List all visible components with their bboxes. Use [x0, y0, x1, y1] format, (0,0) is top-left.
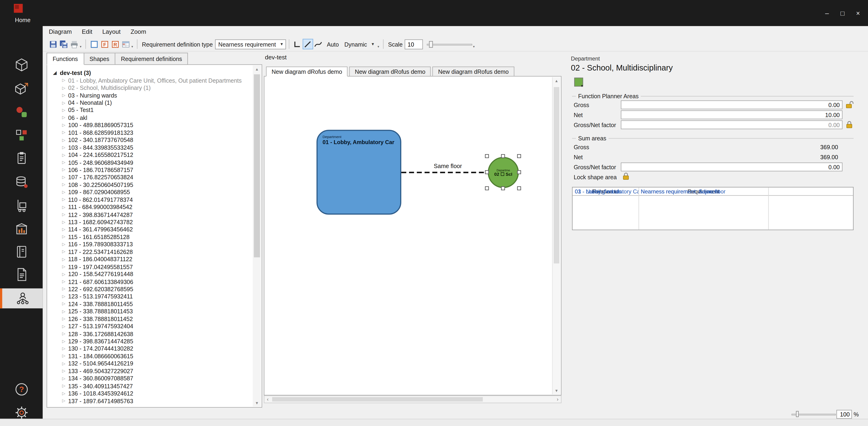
shape-department-01[interactable]: Department 01 - Lobby, Ambulatory Car	[316, 130, 401, 215]
tree-item[interactable]: ▷ 118 - 186.040048371122	[52, 255, 253, 263]
expander-closed-icon[interactable]: ▷	[61, 302, 66, 306]
scale-slider-track[interactable]	[427, 44, 472, 45]
tree-item[interactable]: ▷ 128 - 336.172688142638	[52, 330, 253, 337]
diagram-tab[interactable]: New diagram dRofus demo	[349, 66, 431, 77]
tree-item[interactable]: ▷ 115 - 161.65185285128	[52, 233, 253, 240]
sidebar-item-help[interactable]: ?	[0, 379, 42, 399]
relation-row[interactable]: 03 - Nursing wards Nearness requirement:…	[572, 188, 853, 196]
tree-item[interactable]: ▷ 104 - 224.165580217512	[52, 151, 253, 159]
menu-item[interactable]: Diagram	[44, 28, 77, 35]
expander-closed-icon[interactable]: ▷	[61, 376, 66, 381]
tree-item[interactable]: ▷ 06 - akl	[52, 114, 253, 121]
tree-item[interactable]: ▷ 136 - 1018.43453924612	[52, 390, 253, 397]
expander-closed-icon[interactable]: ▷	[61, 108, 66, 112]
sidebar-item-shapes[interactable]	[0, 102, 42, 122]
expander-closed-icon[interactable]: ▷	[61, 257, 66, 261]
menu-item[interactable]: Layout	[97, 28, 126, 35]
sidebar-item-report[interactable]	[0, 264, 42, 284]
expander-closed-icon[interactable]: ▷	[61, 160, 66, 165]
scroll-down-icon[interactable]: ▼	[553, 389, 560, 393]
tree-item[interactable]: ▷ 105 - 248.960689434949	[52, 159, 253, 166]
tree-item[interactable]: ▷ 01 - Lobby, Ambulatory Care Unit, Offi…	[52, 77, 253, 84]
expander-closed-icon[interactable]: ▷	[61, 242, 66, 247]
tree-item[interactable]: ▷ 132 - 5104.96544126219	[52, 360, 253, 367]
table-view-button[interactable]	[120, 39, 131, 49]
tree-item[interactable]: ▷ 131 - 184.086660063615	[52, 352, 253, 360]
net-input[interactable]	[621, 110, 842, 119]
canvas-hscrollbar-thumb[interactable]	[272, 397, 483, 402]
tree-root-row[interactable]: ◢ dev-test (3)	[52, 69, 253, 76]
save-all-button[interactable]	[58, 39, 69, 49]
tree-item[interactable]: ▷ 129 - 398.836714474285	[52, 337, 253, 345]
tree-item[interactable]: ▷ 114 - 361.479963456462	[52, 226, 253, 233]
tree-item[interactable]: ▷ 124 - 338.788818011455	[52, 300, 253, 308]
expander-closed-icon[interactable]: ▷	[61, 272, 66, 276]
canvas-hscrollbar[interactable]: ‹ ›	[264, 396, 561, 403]
tree-item[interactable]: ▷ 130 - 174.207444130282	[52, 345, 253, 352]
expander-closed-icon[interactable]: ▷	[61, 182, 66, 187]
req-def-type-select[interactable]: Nearness requirement ▼	[215, 39, 286, 49]
color-picker[interactable]: ▼	[574, 78, 589, 89]
selection-handle[interactable]	[517, 170, 521, 174]
expander-open-icon[interactable]: ◢	[52, 70, 58, 75]
menu-item[interactable]: Zoom	[126, 28, 151, 35]
tree-item[interactable]: ▷ 117 - 222.534714162628	[52, 248, 253, 255]
elbow-line-button[interactable]	[292, 39, 303, 49]
zoom-slider[interactable]	[792, 410, 836, 418]
scroll-up-icon[interactable]: ▲	[253, 67, 261, 71]
expander-closed-icon[interactable]: ▷	[61, 145, 66, 150]
canvas-vscrollbar[interactable]: ▲ ▼	[552, 77, 560, 394]
expander-closed-icon[interactable]: ▷	[61, 152, 66, 157]
selection-handle[interactable]	[485, 154, 489, 158]
tree-item[interactable]: ▷ 102 - 340.187737670548	[52, 136, 253, 144]
lock-icon[interactable]	[846, 120, 854, 129]
toolbar-overflow-icon[interactable]: ▾	[131, 44, 133, 48]
maximize-icon[interactable]: □	[835, 0, 850, 26]
sidebar-item-building-chart[interactable]	[0, 219, 42, 239]
nearness-connector-line[interactable]	[401, 170, 489, 175]
scale-slider[interactable]	[427, 39, 472, 49]
requirement-cell[interactable]: Nearness requirement: Adjacent	[639, 189, 768, 195]
tree-item[interactable]: ▷ 106 - 186.701786587157	[52, 166, 253, 173]
expander-closed-icon[interactable]: ▷	[61, 353, 66, 359]
tree-item[interactable]: ▷ 113 - 1682.60942743782	[52, 218, 253, 226]
scroll-right-icon[interactable]: ›	[554, 396, 561, 402]
tree-item[interactable]: ▷ 05 - Test1	[52, 106, 253, 114]
tree-item[interactable]: ▷ 126 - 338.788818011452	[52, 315, 253, 322]
gross-input[interactable]	[621, 100, 842, 109]
menu-item[interactable]: Edit	[77, 28, 97, 35]
save-button[interactable]	[48, 39, 58, 49]
scroll-down-icon[interactable]: ▼	[253, 401, 261, 405]
sidebar-item-trolley[interactable]	[0, 195, 42, 215]
tree-item[interactable]: ▷ 127 - 513.197475932404	[52, 322, 253, 330]
expander-closed-icon[interactable]: ▷	[61, 167, 66, 172]
tree-item[interactable]: ▷ 101 - 868.628599181323	[52, 129, 253, 136]
tree-item[interactable]: ▷ 112 - 398.836714474287	[52, 211, 253, 218]
lock-icon[interactable]	[623, 172, 630, 180]
auto-label[interactable]: Auto	[327, 41, 339, 48]
selection-handle[interactable]	[517, 187, 521, 191]
tree-item[interactable]: ▷ 135 - 340.409113457427	[52, 382, 253, 390]
tree-scrollbar-thumb[interactable]	[254, 74, 260, 257]
expander-closed-icon[interactable]: ▷	[61, 316, 66, 321]
tree-item[interactable]: ▷ 04 - Neonatal (1)	[52, 99, 253, 106]
selection-handle[interactable]	[501, 187, 505, 191]
left-panel-tab[interactable]: Requirement definitions	[115, 53, 188, 65]
tree-item[interactable]: ▷ 134 - 360.860097088587	[52, 374, 253, 382]
expander-closed-icon[interactable]: ▷	[61, 115, 66, 120]
expander-closed-icon[interactable]: ▷	[61, 398, 66, 403]
tree-item[interactable]: ▷ 125 - 338.788818011453	[52, 308, 253, 315]
sidebar-item-layers[interactable]	[0, 172, 42, 192]
tree-item[interactable]: ▷ 121 - 687.606133849306	[52, 278, 253, 285]
toolbar-overflow-icon[interactable]: ▾	[378, 44, 379, 48]
expander-closed-icon[interactable]: ▷	[61, 369, 66, 373]
canvas-vscrollbar-thumb[interactable]	[554, 87, 559, 263]
expander-closed-icon[interactable]: ▷	[61, 212, 66, 217]
tree-item[interactable]: ▷ 03 - Nursing wards	[52, 91, 253, 99]
diagram-canvas[interactable]: Department 01 - Lobby, Ambulatory Car Sa…	[264, 76, 561, 395]
tree-item[interactable]: ▷ 137 - 1897.64714985763	[52, 397, 253, 404]
zoom-input[interactable]	[836, 410, 852, 419]
expander-closed-icon[interactable]: ▷	[61, 324, 66, 329]
close-icon[interactable]: ×	[850, 0, 866, 26]
relation-to-cell[interactable]: 03 - Nursing wards	[572, 189, 639, 195]
